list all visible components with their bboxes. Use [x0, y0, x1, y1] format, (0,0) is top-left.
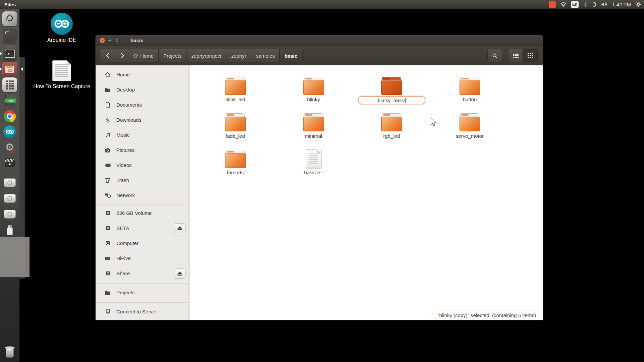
- sidebar-item-downloads[interactable]: Downloads: [96, 112, 190, 127]
- dock-item-hard-drive[interactable]: [2, 191, 17, 206]
- back-button[interactable]: [100, 49, 115, 62]
- sidebar-item-desktop[interactable]: Desktop: [96, 82, 190, 97]
- dock-item-hard-drive[interactable]: [2, 175, 17, 190]
- ubuntu-logo-icon: [5, 13, 14, 24]
- dock-item-terminal[interactable]: >_: [2, 46, 17, 61]
- sidebar: Home Desktop Documents Downloads Music P…: [96, 65, 190, 320]
- record-indicator-icon[interactable]: [549, 1, 556, 8]
- clock[interactable]: 1:42 PM: [612, 2, 631, 7]
- folder-icon: [104, 290, 111, 295]
- search-icon: [492, 53, 498, 59]
- sidebar-item-computer[interactable]: Computer: [96, 236, 190, 251]
- keyboard-layout-badge[interactable]: En: [571, 1, 579, 8]
- session-gear-icon[interactable]: [635, 1, 641, 7]
- file-item-renaming[interactable]: blinky_red-v: [353, 75, 431, 112]
- breadcrumb: Home Projects zephyrproject zephyr sampl…: [128, 49, 303, 62]
- active-app-name: Files: [0, 2, 16, 7]
- file-name: blinky: [307, 97, 320, 102]
- breadcrumb-zephyr[interactable]: zephyr: [226, 49, 251, 62]
- dock-item-usb-drive[interactable]: [2, 223, 17, 237]
- sidebar-item-music[interactable]: Music: [96, 127, 190, 142]
- sidebar-item-videos[interactable]: Videos: [96, 158, 190, 173]
- sidebar-item-connect-to-server[interactable]: Connect to Server: [96, 304, 190, 319]
- dock-item-ubuntu-dash[interactable]: [2, 11, 17, 26]
- video-icon: [104, 163, 111, 168]
- search-button[interactable]: [487, 49, 502, 62]
- breadcrumb-samples[interactable]: samples: [251, 49, 280, 62]
- eject-button[interactable]: [174, 268, 185, 279]
- sidebar-item-pictures[interactable]: Pictures: [96, 142, 190, 158]
- file-item[interactable]: threads: [196, 148, 274, 185]
- file-item[interactable]: blink_led: [196, 75, 274, 112]
- wifi-icon[interactable]: [560, 2, 567, 7]
- dock-item-hard-drive[interactable]: [2, 207, 17, 222]
- notepadqq-icon: nqq: [5, 95, 15, 106]
- calculator-icon: [6, 80, 14, 89]
- sidebar-item-hifive[interactable]: HiFive: [96, 251, 190, 266]
- breadcrumb-label: samples: [256, 53, 275, 59]
- breadcrumb-projects[interactable]: Projects: [159, 49, 186, 62]
- desktop-icon-arduino-ide[interactable]: Arduino IDE: [25, 13, 99, 43]
- trash-icon: [4, 346, 15, 358]
- folder-icon: [303, 77, 324, 95]
- dock-item-trash[interactable]: [2, 345, 17, 359]
- sidebar-item-label: Videos: [116, 162, 132, 168]
- dock-item-arduino-ide[interactable]: [2, 124, 17, 139]
- file-item[interactable]: rgb_led: [353, 112, 431, 148]
- mouse-battery-icon[interactable]: [592, 2, 597, 7]
- running-indicator: [0, 52, 2, 55]
- file-item[interactable]: servo_motor: [431, 112, 509, 148]
- eject-button[interactable]: [174, 223, 185, 233]
- breadcrumb-zephyrproject[interactable]: zephyrproject: [186, 49, 226, 62]
- titlebar[interactable]: ✕ ─ ▢ basic: [95, 35, 543, 46]
- sidebar-item-network[interactable]: Network: [96, 188, 190, 203]
- file-item[interactable]: minimal: [274, 112, 353, 148]
- dock-item-files[interactable]: [2, 62, 17, 76]
- breadcrumb-label: zephyr: [231, 53, 246, 59]
- sidebar-item-label: Desktop: [116, 87, 135, 93]
- folder-icon: [303, 113, 324, 131]
- eject-icon: [177, 272, 182, 274]
- maximize-button[interactable]: ▢: [114, 38, 120, 43]
- file-item[interactable]: blinky: [274, 75, 353, 112]
- network-icon: [104, 193, 111, 198]
- sidebar-item-beta[interactable]: BETA: [96, 221, 190, 236]
- file-item[interactable]: basic.rst: [274, 148, 353, 185]
- grid-view-button[interactable]: [523, 49, 538, 62]
- file-item[interactable]: fade_led: [196, 112, 274, 148]
- sidebar-item-trash[interactable]: Trash: [96, 173, 190, 188]
- breadcrumb-label: zephyrproject: [191, 53, 221, 59]
- bluetooth-icon[interactable]: [583, 2, 587, 7]
- sidebar-item-documents[interactable]: Documents: [96, 97, 190, 112]
- rename-text: blinky_red-v: [378, 98, 405, 103]
- breadcrumb-home[interactable]: Home: [128, 49, 159, 62]
- music-icon: [104, 132, 111, 138]
- desktop-icon-how-to-screen-capture[interactable]: How To Screen Capture: [25, 60, 99, 89]
- file-item[interactable]: button: [431, 75, 509, 112]
- breadcrumb-basic[interactable]: basic: [280, 49, 302, 62]
- file-name: fade_led: [226, 133, 245, 139]
- minimize-button[interactable]: ─: [107, 38, 112, 43]
- dock-item-workspace-switcher[interactable]: [2, 28, 17, 43]
- folder-icon: [225, 77, 246, 95]
- sidebar-item-home[interactable]: Home: [96, 67, 190, 82]
- terminal-icon: >_: [5, 50, 15, 58]
- list-view-icon: [513, 53, 519, 58]
- sidebar-item-label: HiFive: [116, 255, 131, 261]
- sidebar-item-label: Home: [116, 72, 130, 77]
- dock-item-notepadqq[interactable]: nqq: [2, 93, 17, 108]
- sidebar-item-share[interactable]: Share: [96, 266, 190, 281]
- sidebar-item-projects[interactable]: Projects: [96, 285, 190, 300]
- dock-item-chrome[interactable]: [2, 109, 17, 124]
- dock-item-video-editor[interactable]: [2, 155, 17, 170]
- volume-icon[interactable]: [601, 2, 608, 7]
- document-icon: [306, 149, 321, 168]
- close-button[interactable]: ✕: [100, 38, 105, 43]
- list-view-button[interactable]: [508, 49, 523, 62]
- window-title: basic: [130, 38, 143, 43]
- dock-item-calculator[interactable]: [2, 77, 17, 92]
- rename-input[interactable]: blinky_red-v: [358, 96, 425, 104]
- dock-item-system-tweaks[interactable]: ⚙: [2, 140, 17, 155]
- file-view[interactable]: blink_led blinky blinky_red-v button: [190, 65, 543, 320]
- sidebar-item-236-gb-volume[interactable]: 236 GB Volume: [96, 205, 190, 221]
